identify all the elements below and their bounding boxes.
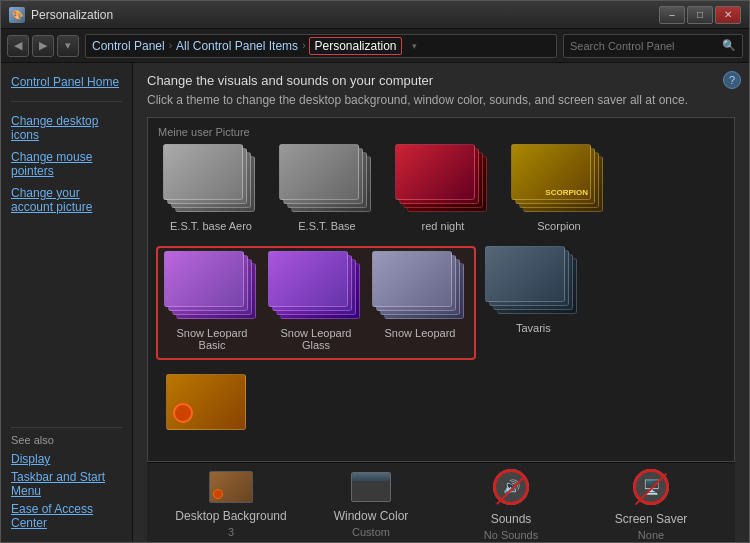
theme-scorpion[interactable]: SCORPION Scorpion xyxy=(504,144,614,236)
theme-scorpion-stack: SCORPION xyxy=(511,148,607,216)
sounds-label: Sounds xyxy=(491,512,532,526)
selected-themes-row: Snow Leopard Basic xyxy=(156,246,726,360)
theme-snow-glass[interactable]: Snow Leopard Glass xyxy=(266,251,366,355)
content-area: ? Change the visuals and sounds on your … xyxy=(133,63,749,542)
screen-saver-circle: 🖥️ xyxy=(633,469,669,505)
screen-saver-sublabel: None xyxy=(638,529,664,541)
search-icon: 🔍 xyxy=(722,39,736,52)
themes-section-label: Meine user Picture xyxy=(156,126,726,138)
breadcrumb: Control Panel › All Control Panel Items … xyxy=(85,34,557,58)
window-color-icon xyxy=(351,472,391,502)
themes-scroll-area[interactable]: Meine user Picture E.S. xyxy=(147,117,735,462)
theme-est-base[interactable]: E.S.T. Base xyxy=(272,144,382,236)
sounds-button[interactable]: 🔊 Sounds No Sounds xyxy=(441,468,581,538)
desktop-bg-label: Desktop Background xyxy=(175,509,286,523)
theme-snow-glass-label: Snow Leopard Glass xyxy=(270,327,362,351)
theme-snow-basic-label: Snow Leopard Basic xyxy=(166,327,258,351)
sep2: › xyxy=(302,40,305,51)
window-controls: – □ ✕ xyxy=(659,6,741,24)
theme-tavaris[interactable]: Tavaris xyxy=(483,246,583,338)
theme-tavaris-label: Tavaris xyxy=(516,322,551,334)
main-area: Control Panel Home Change desktop icons … xyxy=(1,63,749,542)
window-icon: 🎨 xyxy=(9,7,25,23)
theme-est-aero-thumb xyxy=(163,148,259,216)
window-title: Personalization xyxy=(31,8,113,22)
breadcrumb-control-panel[interactable]: Control Panel xyxy=(92,39,165,53)
theme-snow-leopard-thumb xyxy=(372,255,468,323)
search-box[interactable]: 🔍 xyxy=(563,34,743,58)
sidebar-display[interactable]: Display xyxy=(11,450,122,468)
sounds-no-icon xyxy=(493,469,529,505)
bottom-bar: Desktop Background 3 Window Color Custom xyxy=(147,462,735,542)
screen-saver-icon-wrap: 🖥️ xyxy=(629,465,673,509)
back-button[interactable]: ◀ xyxy=(7,35,29,57)
sidebar-divider-2 xyxy=(11,427,122,428)
nav-buttons: ◀ ▶ ▾ xyxy=(7,35,79,57)
theme-red-night-thumb xyxy=(395,148,491,216)
sounds-icon: 🔊 xyxy=(489,465,533,509)
sidebar-taskbar-start-menu[interactable]: Taskbar and Start Menu xyxy=(11,468,122,500)
theme-ubuntu-thumb xyxy=(166,374,246,430)
desktop-background-button[interactable]: Desktop Background 3 xyxy=(161,468,301,538)
window-color-button[interactable]: Window Color Custom xyxy=(301,468,441,538)
theme-est-base-stack xyxy=(279,148,375,216)
theme-snow-leopard[interactable]: Snow Leopard xyxy=(370,251,470,355)
recent-button[interactable]: ▾ xyxy=(57,35,79,57)
theme-snow-glass-thumb xyxy=(268,255,364,323)
theme-snow-glass-stack xyxy=(268,255,364,323)
theme-snow-leopard-label: Snow Leopard xyxy=(385,327,456,339)
help-button[interactable]: ? xyxy=(723,71,741,89)
forward-button[interactable]: ▶ xyxy=(32,35,54,57)
theme-est-aero[interactable]: E.S.T. base Aero xyxy=(156,144,266,236)
theme-snow-basic[interactable]: Snow Leopard Basic xyxy=(162,251,262,355)
sidebar-ease-of-access[interactable]: Ease of Access Center xyxy=(11,500,122,532)
content-description: Click a theme to change the desktop back… xyxy=(147,92,735,109)
minimize-button[interactable]: – xyxy=(659,6,685,24)
content-title: Change the visuals and sounds on your co… xyxy=(147,73,735,88)
sidebar-control-panel-home[interactable]: Control Panel Home xyxy=(11,73,122,91)
sounds-sublabel: No Sounds xyxy=(484,529,538,541)
sidebar: Control Panel Home Change desktop icons … xyxy=(1,63,133,542)
theme-ubuntu[interactable] xyxy=(156,370,256,438)
breadcrumb-personalization[interactable]: Personalization xyxy=(309,37,401,55)
see-also-label: See also xyxy=(11,434,122,446)
theme-snow-leopard-stack xyxy=(372,255,468,323)
theme-scorpion-thumb: SCORPION xyxy=(511,148,607,216)
theme-est-base-thumb xyxy=(279,148,375,216)
search-input[interactable] xyxy=(570,40,718,52)
desktop-bg-icon-wrap xyxy=(209,468,253,506)
screen-saver-label: Screen Saver xyxy=(615,512,688,526)
desktop-bg-sublabel: 3 xyxy=(228,526,234,538)
theme-red-night-stack xyxy=(395,148,491,216)
theme-snow-basic-thumb xyxy=(164,255,260,323)
theme-est-aero-label: E.S.T. base Aero xyxy=(170,220,252,232)
sidebar-change-account-picture[interactable]: Change your account picture xyxy=(11,184,122,216)
sidebar-see-also-section: See also Display Taskbar and Start Menu … xyxy=(11,421,122,532)
theme-scorpion-label: Scorpion xyxy=(537,220,580,232)
themes-row-1: E.S.T. base Aero E.S.T. Base xyxy=(156,144,726,236)
sidebar-change-desktop-icons[interactable]: Change desktop icons xyxy=(11,112,122,144)
breadcrumb-expand[interactable]: ▾ xyxy=(408,41,421,51)
selected-themes-container: Snow Leopard Basic xyxy=(156,246,476,360)
desktop-bg-icon xyxy=(209,471,253,503)
address-bar: ◀ ▶ ▾ Control Panel › All Control Panel … xyxy=(1,29,749,63)
window-color-label: Window Color xyxy=(334,509,409,523)
close-button[interactable]: ✕ xyxy=(715,6,741,24)
themes-row-3 xyxy=(156,370,726,438)
window-color-icon-wrap xyxy=(349,468,393,506)
sep1: › xyxy=(169,40,172,51)
screen-saver-icon: 🖥️ xyxy=(629,465,673,509)
window-color-sublabel: Custom xyxy=(352,526,390,538)
theme-est-base-label: E.S.T. Base xyxy=(298,220,355,232)
sounds-icon-wrap: 🔊 xyxy=(489,465,533,509)
sidebar-divider-1 xyxy=(11,101,122,102)
theme-snow-basic-stack xyxy=(164,255,260,323)
theme-red-night[interactable]: red night xyxy=(388,144,498,236)
theme-tavaris-thumb xyxy=(485,250,581,318)
sidebar-change-mouse-pointers[interactable]: Change mouse pointers xyxy=(11,148,122,180)
theme-red-night-label: red night xyxy=(422,220,465,232)
screen-saver-button[interactable]: 🖥️ Screen Saver None xyxy=(581,468,721,538)
breadcrumb-all-items[interactable]: All Control Panel Items xyxy=(176,39,298,53)
ubuntu-logo xyxy=(173,403,193,423)
maximize-button[interactable]: □ xyxy=(687,6,713,24)
